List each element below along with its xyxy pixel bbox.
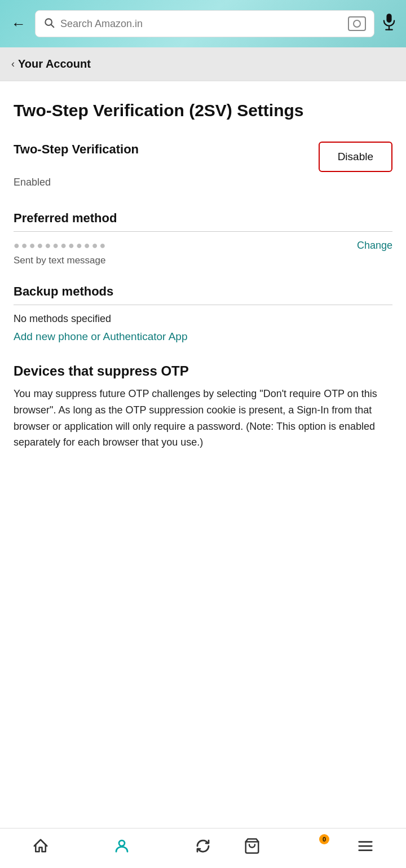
backup-methods-title: Backup methods [14, 284, 392, 299]
add-backup-method-link[interactable]: Add new phone or Authenticator App [14, 331, 392, 343]
page-title: Two-Step Verification (2SV) Settings [14, 99, 392, 121]
svg-rect-2 [386, 14, 391, 23]
home-icon [32, 838, 49, 857]
tsv-section: Two-Step Verification Disable [14, 142, 392, 172]
bottom-navigation: 0 [0, 828, 406, 868]
nav-home[interactable] [0, 838, 81, 857]
nav-refresh[interactable] [162, 838, 244, 857]
tsv-heading: Two-Step Verification [14, 142, 139, 158]
microphone-icon[interactable] [381, 13, 397, 35]
divider-preferred [14, 231, 392, 232]
cart-badge-count: 0 [319, 834, 329, 844]
no-methods-text: No methods specified [14, 313, 392, 325]
change-method-link[interactable]: Change [357, 240, 392, 252]
search-input[interactable] [60, 18, 342, 30]
preferred-method-title: Preferred method [14, 211, 392, 226]
phone-redacted: ●●●●●●●●●●●● [14, 240, 107, 252]
nav-cart[interactable]: 0 [244, 838, 325, 857]
search-icon [43, 17, 55, 31]
disable-button[interactable]: Disable [319, 142, 392, 172]
preferred-method-row: ●●●●●●●●●●●● Change [14, 240, 392, 252]
refresh-icon [195, 838, 211, 857]
nav-menu[interactable] [325, 838, 406, 857]
search-bar[interactable] [35, 10, 374, 37]
main-content: Two-Step Verification (2SV) Settings Two… [0, 81, 406, 828]
devices-title: Devices that suppress OTP [14, 363, 392, 379]
method-description: Sent by text message [14, 255, 392, 266]
divider-backup [14, 305, 392, 305]
tsv-status: Enabled [14, 177, 392, 188]
nav-account[interactable] [81, 838, 162, 857]
cart-icon [244, 847, 261, 856]
camera-scan-icon[interactable] [348, 16, 366, 31]
tsv-label: Two-Step Verification [14, 142, 139, 158]
person-icon [113, 838, 130, 857]
breadcrumb[interactable]: ‹ Your Account [0, 47, 406, 81]
menu-icon [357, 838, 374, 857]
devices-description: You may suppress future OTP challenges b… [14, 386, 392, 451]
back-button[interactable]: ← [9, 13, 28, 35]
app-header: ← [0, 0, 406, 47]
svg-point-5 [119, 840, 125, 846]
breadcrumb-label: Your Account [18, 58, 91, 71]
svg-line-1 [51, 24, 54, 27]
breadcrumb-arrow-icon: ‹ [11, 58, 15, 70]
